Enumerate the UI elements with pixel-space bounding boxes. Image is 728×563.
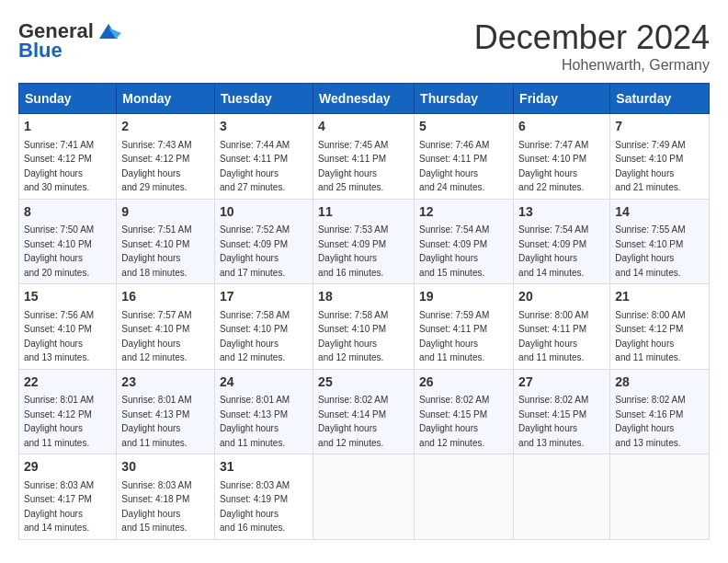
calendar-week-row: 15Sunrise: 7:56 AMSunset: 4:10 PMDayligh… — [19, 284, 710, 370]
weekday-header: Tuesday — [215, 84, 313, 114]
weekday-header: Thursday — [415, 84, 514, 114]
calendar-day-cell: 19Sunrise: 7:59 AMSunset: 4:11 PMDayligh… — [415, 284, 514, 370]
day-info: Sunrise: 7:46 AMSunset: 4:11 PMDaylight … — [419, 140, 489, 193]
calendar-day-cell: 6Sunrise: 7:47 AMSunset: 4:10 PMDaylight… — [514, 114, 610, 200]
day-number: 16 — [121, 288, 210, 306]
calendar-day-cell — [415, 454, 514, 540]
day-number: 2 — [121, 118, 210, 136]
day-info: Sunrise: 8:01 AMSunset: 4:13 PMDaylight … — [121, 395, 191, 448]
weekday-header: Monday — [117, 84, 215, 114]
day-number: 13 — [518, 203, 605, 222]
day-info: Sunrise: 8:01 AMSunset: 4:12 PMDaylight … — [24, 395, 94, 448]
day-info: Sunrise: 7:58 AMSunset: 4:10 PMDaylight … — [318, 310, 388, 363]
calendar-day-cell: 27Sunrise: 8:02 AMSunset: 4:15 PMDayligh… — [514, 369, 610, 454]
calendar-day-cell: 29Sunrise: 8:03 AMSunset: 4:17 PMDayligh… — [19, 454, 117, 540]
logo: General Blue — [18, 18, 121, 63]
calendar-week-row: 22Sunrise: 8:01 AMSunset: 4:12 PMDayligh… — [19, 369, 710, 454]
calendar-day-cell: 18Sunrise: 7:58 AMSunset: 4:10 PMDayligh… — [313, 284, 415, 370]
day-info: Sunrise: 7:50 AMSunset: 4:10 PMDaylight … — [24, 224, 94, 278]
day-number: 27 — [518, 373, 605, 392]
page-header: General Blue December 2024 Hohenwarth, G… — [18, 18, 710, 74]
calendar-day-cell: 31Sunrise: 8:03 AMSunset: 4:19 PMDayligh… — [215, 454, 313, 540]
day-number: 8 — [24, 203, 111, 222]
calendar-day-cell: 2Sunrise: 7:43 AMSunset: 4:12 PMDaylight… — [117, 114, 215, 200]
calendar-day-cell: 30Sunrise: 8:03 AMSunset: 4:18 PMDayligh… — [117, 454, 215, 540]
day-number: 12 — [419, 203, 508, 222]
calendar-table: SundayMondayTuesdayWednesdayThursdayFrid… — [18, 83, 710, 540]
day-info: Sunrise: 8:03 AMSunset: 4:18 PMDaylight … — [121, 480, 191, 534]
day-info: Sunrise: 8:00 AMSunset: 4:11 PMDaylight … — [518, 310, 588, 363]
day-info: Sunrise: 8:02 AMSunset: 4:16 PMDaylight … — [615, 395, 685, 448]
day-info: Sunrise: 8:00 AMSunset: 4:12 PMDaylight … — [615, 310, 685, 363]
calendar-header-row: SundayMondayTuesdayWednesdayThursdayFrid… — [19, 84, 710, 114]
day-number: 15 — [24, 288, 111, 306]
day-info: Sunrise: 7:53 AMSunset: 4:09 PMDaylight … — [318, 224, 388, 278]
day-info: Sunrise: 8:01 AMSunset: 4:13 PMDaylight … — [220, 395, 290, 448]
calendar-day-cell: 15Sunrise: 7:56 AMSunset: 4:10 PMDayligh… — [19, 284, 117, 370]
day-info: Sunrise: 7:49 AMSunset: 4:10 PMDaylight … — [615, 140, 685, 193]
calendar-day-cell: 28Sunrise: 8:02 AMSunset: 4:16 PMDayligh… — [610, 369, 710, 454]
day-info: Sunrise: 7:54 AMSunset: 4:09 PMDaylight … — [419, 224, 489, 278]
day-info: Sunrise: 7:58 AMSunset: 4:10 PMDaylight … — [220, 310, 290, 363]
weekday-header: Sunday — [19, 84, 117, 114]
day-info: Sunrise: 7:52 AMSunset: 4:09 PMDaylight … — [220, 224, 290, 278]
day-number: 11 — [318, 203, 409, 222]
title-section: December 2024 Hohenwarth, Germany — [474, 18, 710, 74]
calendar-week-row: 29Sunrise: 8:03 AMSunset: 4:17 PMDayligh… — [19, 454, 710, 540]
month-title: December 2024 — [474, 18, 710, 57]
day-number: 10 — [220, 203, 308, 222]
calendar-day-cell: 14Sunrise: 7:55 AMSunset: 4:10 PMDayligh… — [610, 199, 710, 284]
calendar-day-cell: 25Sunrise: 8:02 AMSunset: 4:14 PMDayligh… — [313, 369, 415, 454]
day-info: Sunrise: 7:44 AMSunset: 4:11 PMDaylight … — [220, 140, 290, 193]
logo-icon — [96, 18, 121, 44]
day-number: 22 — [24, 373, 111, 392]
calendar-day-cell: 9Sunrise: 7:51 AMSunset: 4:10 PMDaylight… — [117, 199, 215, 284]
calendar-day-cell: 10Sunrise: 7:52 AMSunset: 4:09 PMDayligh… — [215, 199, 313, 284]
day-info: Sunrise: 7:59 AMSunset: 4:11 PMDaylight … — [419, 310, 489, 363]
calendar-day-cell: 20Sunrise: 8:00 AMSunset: 4:11 PMDayligh… — [514, 284, 610, 370]
calendar-day-cell — [313, 454, 415, 540]
calendar-day-cell — [610, 454, 710, 540]
logo-blue: Blue — [18, 39, 63, 63]
day-number: 30 — [121, 458, 210, 477]
day-number: 29 — [24, 458, 111, 477]
calendar-week-row: 8Sunrise: 7:50 AMSunset: 4:10 PMDaylight… — [19, 199, 710, 284]
day-info: Sunrise: 8:02 AMSunset: 4:14 PMDaylight … — [318, 395, 388, 448]
day-number: 7 — [615, 118, 704, 136]
day-number: 21 — [615, 288, 704, 306]
calendar-day-cell: 8Sunrise: 7:50 AMSunset: 4:10 PMDaylight… — [19, 199, 117, 284]
day-info: Sunrise: 7:56 AMSunset: 4:10 PMDaylight … — [24, 310, 94, 363]
calendar-day-cell: 1Sunrise: 7:41 AMSunset: 4:12 PMDaylight… — [19, 114, 117, 200]
calendar-day-cell: 17Sunrise: 7:58 AMSunset: 4:10 PMDayligh… — [215, 284, 313, 370]
calendar-day-cell: 21Sunrise: 8:00 AMSunset: 4:12 PMDayligh… — [610, 284, 710, 370]
day-number: 14 — [615, 203, 704, 222]
calendar-day-cell: 7Sunrise: 7:49 AMSunset: 4:10 PMDaylight… — [610, 114, 710, 200]
day-info: Sunrise: 8:02 AMSunset: 4:15 PMDaylight … — [419, 395, 489, 448]
day-info: Sunrise: 7:45 AMSunset: 4:11 PMDaylight … — [318, 140, 388, 193]
day-info: Sunrise: 7:55 AMSunset: 4:10 PMDaylight … — [615, 224, 685, 278]
day-info: Sunrise: 7:43 AMSunset: 4:12 PMDaylight … — [121, 140, 191, 193]
calendar-day-cell: 11Sunrise: 7:53 AMSunset: 4:09 PMDayligh… — [313, 199, 415, 284]
day-number: 19 — [419, 288, 508, 306]
weekday-header: Wednesday — [313, 84, 415, 114]
calendar-day-cell: 4Sunrise: 7:45 AMSunset: 4:11 PMDaylight… — [313, 114, 415, 200]
day-info: Sunrise: 7:41 AMSunset: 4:12 PMDaylight … — [24, 140, 94, 193]
calendar-day-cell: 3Sunrise: 7:44 AMSunset: 4:11 PMDaylight… — [215, 114, 313, 200]
calendar-day-cell: 12Sunrise: 7:54 AMSunset: 4:09 PMDayligh… — [415, 199, 514, 284]
day-number: 26 — [419, 373, 508, 392]
day-info: Sunrise: 7:57 AMSunset: 4:10 PMDaylight … — [121, 310, 191, 363]
day-number: 24 — [220, 373, 308, 392]
day-number: 28 — [615, 373, 704, 392]
day-info: Sunrise: 7:47 AMSunset: 4:10 PMDaylight … — [518, 140, 588, 193]
day-number: 20 — [518, 288, 605, 306]
day-number: 9 — [121, 203, 210, 222]
calendar-day-cell: 22Sunrise: 8:01 AMSunset: 4:12 PMDayligh… — [19, 369, 117, 454]
day-number: 5 — [419, 118, 508, 136]
day-info: Sunrise: 8:03 AMSunset: 4:17 PMDaylight … — [24, 480, 94, 534]
day-number: 25 — [318, 373, 409, 392]
calendar-day-cell: 16Sunrise: 7:57 AMSunset: 4:10 PMDayligh… — [117, 284, 215, 370]
day-number: 6 — [518, 118, 605, 136]
calendar-week-row: 1Sunrise: 7:41 AMSunset: 4:12 PMDaylight… — [19, 114, 710, 200]
location: Hohenwarth, Germany — [474, 57, 710, 74]
day-info: Sunrise: 7:54 AMSunset: 4:09 PMDaylight … — [518, 224, 588, 278]
